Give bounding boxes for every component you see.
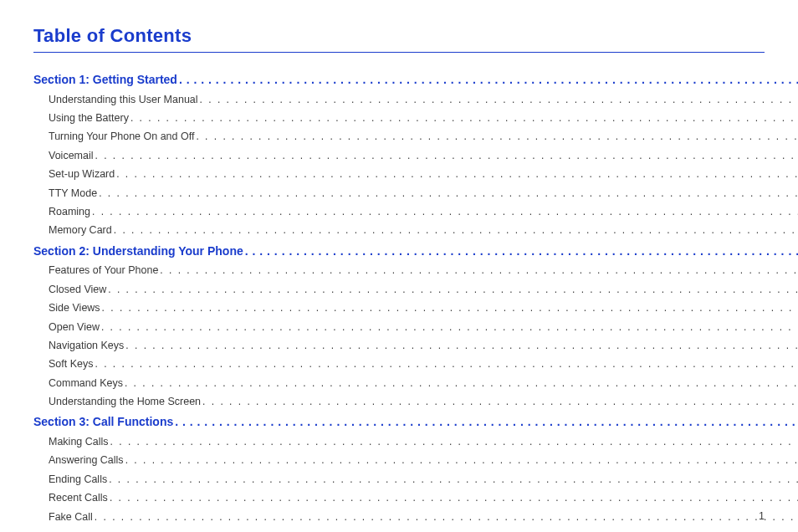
title-underline bbox=[33, 52, 765, 53]
toc-columns: Section 1: Getting Started . . . . . . .… bbox=[33, 68, 765, 528]
toc-entry-row[interactable]: Recent Calls . . . . . . . . . . . . . .… bbox=[33, 490, 798, 506]
toc-leader-dots: . . . . . . . . . . . . . . . . . . . . … bbox=[116, 166, 798, 182]
toc-leader-dots: . . . . . . . . . . . . . . . . . . . . … bbox=[200, 92, 798, 108]
toc-leader-dots: . . . . . . . . . . . . . . . . . . . . … bbox=[102, 300, 798, 316]
toc-entry-label: Understanding this User Manual bbox=[49, 92, 198, 108]
toc-entry-row[interactable]: Soft Keys . . . . . . . . . . . . . . . … bbox=[33, 356, 798, 372]
toc-entry-label: Voicemail bbox=[49, 148, 94, 164]
toc-entry-label: Answering Calls bbox=[49, 453, 124, 468]
toc-leader-dots: . . . . . . . . . . . . . . . . . . . . … bbox=[125, 376, 798, 391]
toc-entry-row[interactable]: Making Calls . . . . . . . . . . . . . .… bbox=[33, 434, 798, 450]
toc-leader-dots: . . . . . . . . . . . . . . . . . . . . … bbox=[179, 71, 798, 90]
toc-entry-label: Memory Card bbox=[49, 223, 112, 238]
toc-leader-dots: . . . . . . . . . . . . . . . . . . . . … bbox=[110, 490, 798, 506]
toc-entry-row[interactable]: Navigation Keys . . . . . . . . . . . . … bbox=[33, 338, 798, 354]
toc-entry-row[interactable]: Turning Your Phone On and Off . . . . . … bbox=[33, 129, 798, 145]
toc-entry-label: Ending Calls bbox=[49, 472, 107, 488]
toc-entry-row[interactable]: TTY Mode . . . . . . . . . . . . . . . .… bbox=[33, 186, 798, 202]
toc-entry-label: Side Views bbox=[49, 300, 100, 316]
toc-leader-dots: . . . . . . . . . . . . . . . . . . . . … bbox=[92, 204, 798, 220]
toc-entry-row[interactable]: Open View . . . . . . . . . . . . . . . … bbox=[33, 320, 798, 335]
toc-leader-dots: . . . . . . . . . . . . . . . . . . . . … bbox=[108, 282, 798, 298]
toc-section-label: Section 3: Call Functions bbox=[33, 413, 173, 432]
toc-entry-label: Closed View bbox=[49, 282, 106, 298]
toc-entry-label: Recent Calls bbox=[49, 490, 108, 506]
toc-entry-row[interactable]: Side Views . . . . . . . . . . . . . . .… bbox=[33, 300, 798, 316]
toc-leader-dots: . . . . . . . . . . . . . . . . . . . . … bbox=[160, 263, 798, 279]
toc-entry-row[interactable]: Fake Call . . . . . . . . . . . . . . . … bbox=[33, 509, 798, 525]
toc-entry-label: Navigation Keys bbox=[49, 338, 124, 354]
toc-entry-row[interactable]: Answering Calls . . . . . . . . . . . . … bbox=[33, 453, 798, 468]
toc-leader-dots: . . . . . . . . . . . . . . . . . . . . … bbox=[101, 320, 798, 335]
toc-entry-label: Open View bbox=[49, 320, 100, 335]
toc-entry-row[interactable]: Set-up Wizard . . . . . . . . . . . . . … bbox=[33, 166, 798, 182]
toc-leader-dots: . . . . . . . . . . . . . . . . . . . . … bbox=[95, 356, 799, 372]
toc-section-label: Section 2: Understanding Your Phone bbox=[33, 243, 243, 261]
toc-entry-label: Turning Your Phone On and Off bbox=[49, 129, 194, 145]
toc-entry-label: Making Calls bbox=[49, 434, 109, 450]
toc-entry-label: Roaming bbox=[49, 204, 90, 220]
toc-title: Table of Contents bbox=[33, 25, 765, 47]
toc-leader-dots: . . . . . . . . . . . . . . . . . . . . … bbox=[109, 472, 798, 488]
toc-entry-label: Command Keys bbox=[49, 376, 123, 391]
toc-entry-row[interactable]: Using the Battery . . . . . . . . . . . … bbox=[33, 110, 798, 126]
toc-entry-label: Using the Battery bbox=[49, 110, 129, 126]
toc-entry-label: TTY Mode bbox=[49, 186, 97, 202]
toc-entry-row[interactable]: Closed View . . . . . . . . . . . . . . … bbox=[33, 282, 798, 298]
toc-entry-label: Soft Keys bbox=[49, 356, 94, 372]
toc-leader-dots: . . . . . . . . . . . . . . . . . . . . … bbox=[196, 129, 798, 145]
toc-section-row[interactable]: Section 1: Getting Started . . . . . . .… bbox=[33, 71, 798, 90]
toc-leader-dots: . . . . . . . . . . . . . . . . . . . . … bbox=[245, 243, 798, 261]
toc-leader-dots: . . . . . . . . . . . . . . . . . . . . … bbox=[125, 453, 798, 468]
toc-entry-label: Set-up Wizard bbox=[49, 166, 115, 182]
toc-leader-dots: . . . . . . . . . . . . . . . . . . . . … bbox=[202, 394, 798, 410]
toc-entry-row[interactable]: Features of Your Phone . . . . . . . . .… bbox=[33, 263, 798, 279]
page-number: 1 bbox=[759, 510, 765, 522]
toc-leader-dots: . . . . . . . . . . . . . . . . . . . . … bbox=[125, 338, 798, 354]
toc-entry-row[interactable]: Understanding this User Manual . . . . .… bbox=[33, 92, 798, 108]
toc-entry-label: Features of Your Phone bbox=[49, 263, 158, 279]
toc-entry-row[interactable]: Understanding the Home Screen . . . . . … bbox=[33, 394, 798, 410]
toc-column-left: Section 1: Getting Started . . . . . . .… bbox=[33, 68, 798, 528]
toc-leader-dots: . . . . . . . . . . . . . . . . . . . . … bbox=[175, 413, 798, 432]
toc-entry-label: Fake Call bbox=[49, 509, 93, 525]
toc-entry-row[interactable]: Command Keys . . . . . . . . . . . . . .… bbox=[33, 376, 798, 391]
toc-leader-dots: . . . . . . . . . . . . . . . . . . . . … bbox=[95, 148, 799, 164]
toc-entry-row[interactable]: Ending Calls . . . . . . . . . . . . . .… bbox=[33, 472, 798, 488]
toc-entry-label: Understanding the Home Screen bbox=[49, 394, 201, 410]
toc-leader-dots: . . . . . . . . . . . . . . . . . . . . … bbox=[99, 186, 798, 202]
toc-entry-row[interactable]: Memory Card . . . . . . . . . . . . . . … bbox=[33, 223, 798, 238]
toc-entry-row[interactable]: Roaming . . . . . . . . . . . . . . . . … bbox=[33, 204, 798, 220]
toc-leader-dots: . . . . . . . . . . . . . . . . . . . . … bbox=[110, 434, 798, 450]
toc-section-row[interactable]: Section 3: Call Functions . . . . . . . … bbox=[33, 413, 798, 432]
toc-leader-dots: . . . . . . . . . . . . . . . . . . . . … bbox=[130, 110, 798, 126]
toc-leader-dots: . . . . . . . . . . . . . . . . . . . . … bbox=[114, 223, 798, 238]
toc-section-row[interactable]: Section 2: Understanding Your Phone . . … bbox=[33, 243, 798, 261]
toc-entry-row[interactable]: Voicemail . . . . . . . . . . . . . . . … bbox=[33, 148, 798, 164]
toc-leader-dots: . . . . . . . . . . . . . . . . . . . . … bbox=[95, 509, 798, 525]
toc-section-label: Section 1: Getting Started bbox=[33, 71, 177, 90]
